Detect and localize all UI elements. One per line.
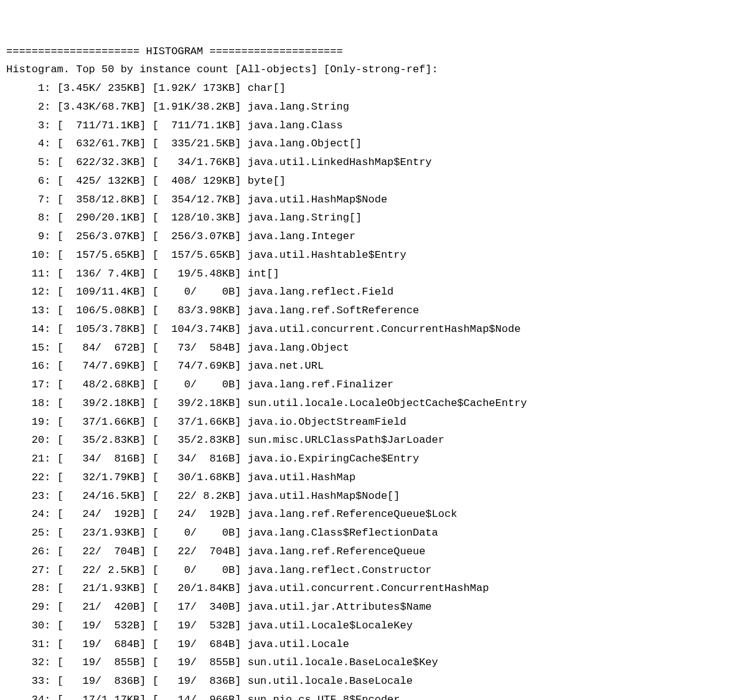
row-index: 17: <box>6 379 57 390</box>
histogram-row: 30: [ 19/ 532B] [ 19/ 532B] java.util.Lo… <box>6 617 741 635</box>
class-name: sun.nio.cs.UTF_8$Encoder <box>248 694 400 700</box>
all-objects-cell: [ 136/ 7.4KB] <box>57 268 153 280</box>
histogram-row: 2: [3.43K/68.7KB] [1.91K/38.2KB] java.la… <box>6 98 741 116</box>
row-index: 20: <box>6 434 57 446</box>
all-objects-cell: [ 19/ 836B] <box>57 675 153 687</box>
histogram-row: 3: [ 711/71.1KB] [ 711/71.1KB] java.lang… <box>6 116 741 135</box>
strong-ref-cell: [ 30/1.68KB] <box>153 471 248 483</box>
row-index: 9: <box>6 230 57 242</box>
histogram-row: 17: [ 48/2.68KB] [ 0/ 0B] java.lang.ref.… <box>6 376 741 394</box>
histogram-row: 23: [ 24/16.5KB] [ 22/ 8.2KB] java.util.… <box>6 487 741 506</box>
strong-ref-cell: [ 256/3.07KB] <box>153 230 248 242</box>
strong-ref-cell: [ 24/ 192B] <box>153 508 248 520</box>
strong-ref-cell: [ 34/1.76KB] <box>153 156 248 168</box>
class-name: java.lang.Class$ReflectionData <box>248 527 438 539</box>
row-index: 6: <box>6 175 57 187</box>
row-index: 1: <box>6 82 57 94</box>
strong-ref-cell: [ 19/ 532B] <box>153 620 248 631</box>
all-objects-cell: [ 711/71.1KB] <box>57 120 153 131</box>
histogram-row: 33: [ 19/ 836B] [ 19/ 836B] sun.util.loc… <box>6 672 741 691</box>
all-objects-cell: [ 105/3.78KB] <box>57 323 153 335</box>
histogram-row: 9: [ 256/3.07KB] [ 256/3.07KB] java.lang… <box>6 227 741 246</box>
row-index: 4: <box>6 138 57 149</box>
histogram-row: 1: [3.45K/ 235KB] [1.92K/ 173KB] char[] <box>6 79 741 98</box>
strong-ref-cell: [ 711/71.1KB] <box>153 120 248 131</box>
strong-ref-cell: [ 22/ 8.2KB] <box>153 490 248 502</box>
all-objects-cell: [ 22/ 2.5KB] <box>57 564 153 576</box>
row-index: 23: <box>6 490 57 502</box>
row-index: 15: <box>6 342 57 354</box>
all-objects-cell: [ 358/12.8KB] <box>57 194 153 206</box>
row-index: 2: <box>6 101 57 113</box>
class-name: java.lang.reflect.Field <box>248 286 394 298</box>
histogram-row: 21: [ 34/ 816B] [ 34/ 816B] java.io.Expi… <box>6 450 741 468</box>
row-index: 29: <box>6 601 57 613</box>
strong-ref-cell: [ 74/7.69KB] <box>153 360 248 372</box>
all-objects-cell: [ 290/20.1KB] <box>57 212 153 224</box>
class-name: java.lang.Object[] <box>248 138 362 149</box>
histogram-row: 20: [ 35/2.83KB] [ 35/2.83KB] sun.misc.U… <box>6 431 741 450</box>
row-index: 21: <box>6 453 57 465</box>
row-index: 10: <box>6 249 57 261</box>
row-index: 13: <box>6 305 57 316</box>
histogram-row: 27: [ 22/ 2.5KB] [ 0/ 0B] java.lang.refl… <box>6 561 741 580</box>
strong-ref-cell: [ 35/2.83KB] <box>153 434 248 446</box>
strong-ref-cell: [ 0/ 0B] <box>153 527 248 539</box>
all-objects-cell: [ 22/ 704B] <box>57 546 153 557</box>
class-name: sun.util.locale.BaseLocale <box>248 675 413 687</box>
all-objects-cell: [ 425/ 132KB] <box>57 175 153 187</box>
class-name: java.util.HashMap$Node <box>248 194 387 206</box>
histogram-row: 19: [ 37/1.66KB] [ 37/1.66KB] java.io.Ob… <box>6 413 741 432</box>
all-objects-cell: [ 35/2.83KB] <box>57 434 153 446</box>
histogram-row: 25: [ 23/1.93KB] [ 0/ 0B] java.lang.Clas… <box>6 524 741 542</box>
row-index: 28: <box>6 582 57 594</box>
row-index: 33: <box>6 675 57 687</box>
class-name: int[] <box>248 268 280 280</box>
class-name: java.lang.Integer <box>248 230 355 242</box>
class-name: java.lang.Class <box>248 120 343 131</box>
row-index: 19: <box>6 416 57 428</box>
histogram-row: 34: [ 17/1.17KB] [ 14/ 966B] sun.nio.cs.… <box>6 691 741 700</box>
strong-ref-cell: [ 73/ 584B] <box>153 342 248 354</box>
strong-ref-cell: [ 408/ 129KB] <box>153 175 248 187</box>
histogram-row: 16: [ 74/7.69KB] [ 74/7.69KB] java.net.U… <box>6 357 741 376</box>
class-name: java.util.HashMap$Node[] <box>248 490 400 502</box>
all-objects-cell: [ 32/1.79KB] <box>57 471 153 483</box>
strong-ref-cell: [ 14/ 966B] <box>153 694 248 700</box>
histogram-row: 24: [ 24/ 192B] [ 24/ 192B] java.lang.re… <box>6 505 741 524</box>
all-objects-cell: [ 84/ 672B] <box>57 342 153 354</box>
strong-ref-cell: [ 128/10.3KB] <box>153 212 248 224</box>
histogram-row: 6: [ 425/ 132KB] [ 408/ 129KB] byte[] <box>6 172 741 191</box>
histogram-row: 29: [ 21/ 420B] [ 17/ 340B] java.util.ja… <box>6 598 741 617</box>
class-name: java.lang.String <box>248 101 349 113</box>
strong-ref-cell: [ 335/21.5KB] <box>153 138 248 149</box>
all-objects-cell: [ 632/61.7KB] <box>57 138 153 149</box>
class-name: java.util.Hashtable$Entry <box>248 249 406 261</box>
strong-ref-cell: [1.92K/ 173KB] <box>153 82 248 94</box>
histogram-subheader: Histogram. Top 50 by instance count [All… <box>6 60 741 79</box>
class-name: byte[] <box>248 175 286 187</box>
row-index: 34: <box>6 694 57 700</box>
class-name: java.util.HashMap <box>248 471 355 483</box>
class-name: sun.util.locale.LocaleObjectCache$CacheE… <box>248 397 527 409</box>
strong-ref-cell: [ 19/ 836B] <box>153 675 248 687</box>
row-index: 7: <box>6 194 57 206</box>
histogram-row: 32: [ 19/ 855B] [ 19/ 855B] sun.util.loc… <box>6 653 741 672</box>
row-index: 27: <box>6 564 57 576</box>
histogram-row: 13: [ 106/5.08KB] [ 83/3.98KB] java.lang… <box>6 301 741 320</box>
row-index: 26: <box>6 546 57 557</box>
row-index: 31: <box>6 638 57 650</box>
strong-ref-cell: [ 19/ 855B] <box>153 656 248 668</box>
histogram-row: 12: [ 109/11.4KB] [ 0/ 0B] java.lang.ref… <box>6 283 741 301</box>
row-index: 8: <box>6 212 57 224</box>
row-index: 16: <box>6 360 57 372</box>
histogram-row: 15: [ 84/ 672B] [ 73/ 584B] java.lang.Ob… <box>6 339 741 357</box>
class-name: java.io.ExpiringCache$Entry <box>248 453 419 465</box>
strong-ref-cell: [ 0/ 0B] <box>153 564 248 576</box>
class-name: sun.misc.URLClassPath$JarLoader <box>248 434 444 446</box>
strong-ref-cell: [ 19/5.48KB] <box>153 268 248 280</box>
histogram-row: 8: [ 290/20.1KB] [ 128/10.3KB] java.lang… <box>6 209 741 227</box>
strong-ref-cell: [ 20/1.84KB] <box>153 582 248 594</box>
strong-ref-cell: [ 34/ 816B] <box>153 453 248 465</box>
row-index: 18: <box>6 397 57 409</box>
